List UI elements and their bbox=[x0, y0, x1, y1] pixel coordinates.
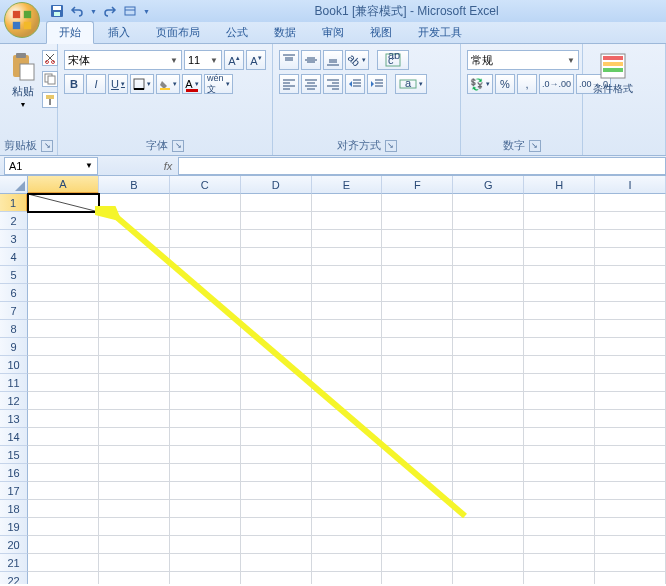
bold-button[interactable]: B bbox=[64, 74, 84, 94]
cell[interactable] bbox=[312, 284, 383, 302]
cell[interactable] bbox=[312, 374, 383, 392]
cell[interactable] bbox=[170, 464, 241, 482]
row-header[interactable]: 20 bbox=[0, 536, 28, 554]
cell[interactable] bbox=[28, 572, 99, 584]
row-header[interactable]: 18 bbox=[0, 500, 28, 518]
cell[interactable] bbox=[453, 500, 524, 518]
cell[interactable] bbox=[241, 302, 312, 320]
cell[interactable] bbox=[99, 482, 170, 500]
orientation-button[interactable]: ab▾ bbox=[345, 50, 369, 70]
column-header[interactable]: D bbox=[241, 176, 312, 194]
cell[interactable] bbox=[453, 410, 524, 428]
cell[interactable] bbox=[99, 428, 170, 446]
cell[interactable] bbox=[453, 302, 524, 320]
row-header[interactable]: 14 bbox=[0, 428, 28, 446]
cell[interactable] bbox=[241, 338, 312, 356]
tab-view[interactable]: 视图 bbox=[358, 22, 404, 43]
cell[interactable] bbox=[312, 356, 383, 374]
row-header[interactable]: 12 bbox=[0, 392, 28, 410]
cell[interactable] bbox=[595, 572, 666, 584]
cell[interactable] bbox=[312, 500, 383, 518]
cell[interactable] bbox=[595, 554, 666, 572]
cell[interactable] bbox=[99, 572, 170, 584]
row-header[interactable]: 8 bbox=[0, 320, 28, 338]
qat-dropdown-icon[interactable]: ▼ bbox=[143, 8, 150, 15]
cell[interactable] bbox=[312, 392, 383, 410]
cell[interactable] bbox=[453, 428, 524, 446]
column-header[interactable]: F bbox=[382, 176, 453, 194]
cell[interactable] bbox=[524, 554, 595, 572]
cell[interactable] bbox=[382, 500, 453, 518]
cell[interactable] bbox=[28, 482, 99, 500]
cell[interactable] bbox=[524, 284, 595, 302]
shrink-font-button[interactable]: A▾ bbox=[246, 50, 266, 70]
cell[interactable] bbox=[241, 284, 312, 302]
cell[interactable] bbox=[524, 464, 595, 482]
cell[interactable] bbox=[382, 392, 453, 410]
tab-insert[interactable]: 插入 bbox=[96, 22, 142, 43]
cell[interactable] bbox=[524, 536, 595, 554]
cell[interactable] bbox=[170, 410, 241, 428]
cell[interactable] bbox=[170, 500, 241, 518]
cell[interactable] bbox=[99, 500, 170, 518]
cell[interactable] bbox=[99, 212, 170, 230]
cell[interactable] bbox=[312, 248, 383, 266]
row-header[interactable]: 9 bbox=[0, 338, 28, 356]
font-color-button[interactable]: A▾ bbox=[182, 74, 202, 94]
number-format-combo[interactable]: 常规▼ bbox=[467, 50, 579, 70]
cell[interactable] bbox=[524, 446, 595, 464]
font-name-combo[interactable]: 宋体▼ bbox=[64, 50, 182, 70]
cell[interactable] bbox=[524, 428, 595, 446]
column-header[interactable]: B bbox=[99, 176, 170, 194]
cell[interactable] bbox=[241, 572, 312, 584]
cell[interactable] bbox=[99, 230, 170, 248]
cell[interactable] bbox=[382, 464, 453, 482]
cell[interactable] bbox=[382, 536, 453, 554]
cell[interactable] bbox=[170, 212, 241, 230]
cell[interactable] bbox=[170, 374, 241, 392]
cell[interactable] bbox=[382, 266, 453, 284]
cell[interactable] bbox=[28, 266, 99, 284]
row-header[interactable]: 6 bbox=[0, 284, 28, 302]
cell[interactable] bbox=[595, 212, 666, 230]
cell[interactable] bbox=[453, 554, 524, 572]
cell[interactable] bbox=[453, 248, 524, 266]
cell[interactable] bbox=[382, 284, 453, 302]
cell[interactable] bbox=[312, 446, 383, 464]
cell[interactable] bbox=[524, 266, 595, 284]
cell[interactable] bbox=[595, 230, 666, 248]
border-button[interactable]: ▾ bbox=[130, 74, 154, 94]
cell[interactable] bbox=[382, 338, 453, 356]
cell[interactable] bbox=[382, 518, 453, 536]
row-header[interactable]: 7 bbox=[0, 302, 28, 320]
align-left-button[interactable] bbox=[279, 74, 299, 94]
cell[interactable] bbox=[524, 518, 595, 536]
cell[interactable] bbox=[241, 518, 312, 536]
cell[interactable] bbox=[453, 320, 524, 338]
tab-pagelayout[interactable]: 页面布局 bbox=[144, 22, 212, 43]
cell[interactable] bbox=[595, 374, 666, 392]
cell[interactable] bbox=[312, 320, 383, 338]
cell[interactable] bbox=[524, 500, 595, 518]
cell[interactable] bbox=[382, 410, 453, 428]
undo-dropdown-icon[interactable]: ▼ bbox=[90, 8, 97, 15]
column-header[interactable]: C bbox=[170, 176, 241, 194]
cell[interactable] bbox=[28, 536, 99, 554]
cell[interactable] bbox=[241, 320, 312, 338]
align-right-button[interactable] bbox=[323, 74, 343, 94]
cell[interactable] bbox=[595, 248, 666, 266]
cell[interactable] bbox=[99, 302, 170, 320]
cell[interactable] bbox=[524, 230, 595, 248]
cell[interactable] bbox=[595, 284, 666, 302]
cell[interactable] bbox=[99, 518, 170, 536]
row-header[interactable]: 10 bbox=[0, 356, 28, 374]
font-size-combo[interactable]: 11▼ bbox=[184, 50, 222, 70]
cell[interactable] bbox=[382, 374, 453, 392]
copy-button[interactable] bbox=[42, 71, 58, 87]
cell[interactable] bbox=[170, 356, 241, 374]
cell[interactable] bbox=[524, 356, 595, 374]
cell[interactable] bbox=[99, 446, 170, 464]
cell[interactable] bbox=[312, 194, 383, 212]
cell[interactable] bbox=[595, 320, 666, 338]
cell[interactable] bbox=[99, 266, 170, 284]
